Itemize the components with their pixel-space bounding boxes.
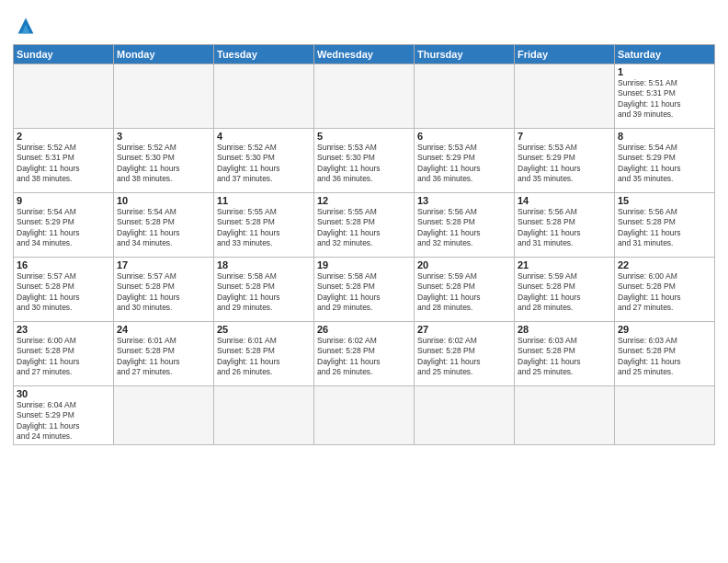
- calendar-cell: 28Sunrise: 6:03 AM Sunset: 5:28 PM Dayli…: [515, 322, 615, 386]
- day-info: Sunrise: 5:53 AM Sunset: 5:29 PM Dayligh…: [518, 143, 611, 185]
- day-number: 3: [117, 131, 210, 142]
- calendar-cell: 19Sunrise: 5:58 AM Sunset: 5:28 PM Dayli…: [314, 258, 415, 322]
- calendar-cell: 5Sunrise: 5:53 AM Sunset: 5:30 PM Daylig…: [314, 129, 415, 193]
- day-info: Sunrise: 6:01 AM Sunset: 5:28 PM Dayligh…: [217, 336, 311, 378]
- calendar-cell: 9Sunrise: 5:54 AM Sunset: 5:29 PM Daylig…: [14, 193, 114, 258]
- day-info: Sunrise: 6:02 AM Sunset: 5:28 PM Dayligh…: [317, 336, 411, 378]
- day-number: 25: [217, 324, 311, 335]
- day-info: Sunrise: 5:59 AM Sunset: 5:28 PM Dayligh…: [518, 271, 611, 314]
- day-number: 4: [217, 131, 311, 142]
- calendar-cell: 27Sunrise: 6:02 AM Sunset: 5:28 PM Dayli…: [415, 322, 515, 386]
- day-info: Sunrise: 5:55 AM Sunset: 5:28 PM Dayligh…: [217, 207, 311, 249]
- weekday-sunday: Sunday: [14, 45, 114, 64]
- day-info: Sunrise: 5:51 AM Sunset: 5:31 PM Dayligh…: [618, 78, 711, 121]
- calendar-cell: 26Sunrise: 6:02 AM Sunset: 5:28 PM Dayli…: [314, 322, 415, 386]
- calendar-cell: [415, 64, 515, 129]
- day-info: Sunrise: 5:52 AM Sunset: 5:30 PM Dayligh…: [217, 143, 311, 185]
- calendar-cell: [515, 386, 615, 445]
- day-number: 9: [17, 195, 110, 206]
- day-info: Sunrise: 5:52 AM Sunset: 5:31 PM Dayligh…: [17, 143, 110, 185]
- week-row-4: 16Sunrise: 5:57 AM Sunset: 5:28 PM Dayli…: [14, 258, 715, 322]
- week-row-2: 2Sunrise: 5:52 AM Sunset: 5:31 PM Daylig…: [14, 129, 715, 193]
- day-info: Sunrise: 6:00 AM Sunset: 5:28 PM Dayligh…: [618, 271, 711, 314]
- day-info: Sunrise: 5:53 AM Sunset: 5:29 PM Dayligh…: [417, 143, 511, 185]
- calendar-cell: 29Sunrise: 6:03 AM Sunset: 5:28 PM Dayli…: [615, 322, 715, 386]
- weekday-friday: Friday: [515, 45, 615, 64]
- calendar-cell: [415, 386, 515, 445]
- calendar-cell: 11Sunrise: 5:55 AM Sunset: 5:28 PM Dayli…: [214, 193, 314, 258]
- calendar-cell: [314, 64, 415, 129]
- day-info: Sunrise: 5:58 AM Sunset: 5:28 PM Dayligh…: [217, 271, 311, 314]
- weekday-saturday: Saturday: [615, 45, 715, 64]
- calendar-cell: [214, 386, 314, 445]
- calendar-cell: 13Sunrise: 5:56 AM Sunset: 5:28 PM Dayli…: [415, 193, 515, 258]
- calendar-cell: 16Sunrise: 5:57 AM Sunset: 5:28 PM Dayli…: [14, 258, 114, 322]
- day-info: Sunrise: 5:58 AM Sunset: 5:28 PM Dayligh…: [317, 271, 411, 314]
- day-number: 8: [618, 131, 711, 142]
- day-info: Sunrise: 5:56 AM Sunset: 5:28 PM Dayligh…: [618, 207, 711, 249]
- week-row-6: 30Sunrise: 6:04 AM Sunset: 5:29 PM Dayli…: [14, 386, 715, 445]
- day-info: Sunrise: 6:03 AM Sunset: 5:28 PM Dayligh…: [518, 336, 611, 378]
- day-info: Sunrise: 5:54 AM Sunset: 5:29 PM Dayligh…: [17, 207, 110, 249]
- calendar-cell: 15Sunrise: 5:56 AM Sunset: 5:28 PM Dayli…: [615, 193, 715, 258]
- calendar-cell: [114, 386, 214, 445]
- week-row-1: 1Sunrise: 5:51 AM Sunset: 5:31 PM Daylig…: [14, 64, 715, 129]
- day-number: 1: [618, 66, 711, 77]
- calendar-cell: [314, 386, 415, 445]
- calendar-cell: 8Sunrise: 5:54 AM Sunset: 5:29 PM Daylig…: [615, 129, 715, 193]
- calendar-cell: 2Sunrise: 5:52 AM Sunset: 5:31 PM Daylig…: [14, 129, 114, 193]
- calendar-cell: 4Sunrise: 5:52 AM Sunset: 5:30 PM Daylig…: [214, 129, 314, 193]
- day-info: Sunrise: 6:02 AM Sunset: 5:28 PM Dayligh…: [417, 336, 511, 378]
- day-number: 16: [17, 259, 110, 270]
- day-number: 13: [417, 195, 511, 206]
- day-info: Sunrise: 6:00 AM Sunset: 5:28 PM Dayligh…: [17, 336, 110, 378]
- day-info: Sunrise: 6:04 AM Sunset: 5:29 PM Dayligh…: [17, 400, 110, 442]
- calendar-cell: 20Sunrise: 5:59 AM Sunset: 5:28 PM Dayli…: [415, 258, 515, 322]
- calendar-cell: 18Sunrise: 5:58 AM Sunset: 5:28 PM Dayli…: [214, 258, 314, 322]
- logo: [13, 13, 42, 39]
- page: SundayMondayTuesdayWednesdayThursdayFrid…: [0, 0, 728, 563]
- day-number: 23: [17, 324, 110, 335]
- day-info: Sunrise: 5:59 AM Sunset: 5:28 PM Dayligh…: [417, 271, 511, 314]
- header: [13, 9, 715, 39]
- calendar-cell: 22Sunrise: 6:00 AM Sunset: 5:28 PM Dayli…: [615, 258, 715, 322]
- logo-icon: [13, 13, 39, 39]
- calendar-cell: 3Sunrise: 5:52 AM Sunset: 5:30 PM Daylig…: [114, 129, 214, 193]
- week-row-3: 9Sunrise: 5:54 AM Sunset: 5:29 PM Daylig…: [14, 193, 715, 258]
- weekday-thursday: Thursday: [415, 45, 515, 64]
- day-number: 2: [17, 131, 110, 142]
- calendar-cell: 21Sunrise: 5:59 AM Sunset: 5:28 PM Dayli…: [515, 258, 615, 322]
- calendar-cell: 17Sunrise: 5:57 AM Sunset: 5:28 PM Dayli…: [114, 258, 214, 322]
- day-number: 28: [518, 324, 611, 335]
- calendar-cell: [14, 64, 114, 129]
- day-info: Sunrise: 5:56 AM Sunset: 5:28 PM Dayligh…: [518, 207, 611, 249]
- calendar-cell: [214, 64, 314, 129]
- calendar-cell: 30Sunrise: 6:04 AM Sunset: 5:29 PM Dayli…: [14, 386, 114, 445]
- calendar-cell: 10Sunrise: 5:54 AM Sunset: 5:28 PM Dayli…: [114, 193, 214, 258]
- day-number: 17: [117, 259, 210, 270]
- day-info: Sunrise: 5:52 AM Sunset: 5:30 PM Dayligh…: [117, 143, 210, 185]
- calendar-cell: [114, 64, 214, 129]
- day-number: 30: [17, 388, 110, 399]
- calendar-cell: 25Sunrise: 6:01 AM Sunset: 5:28 PM Dayli…: [214, 322, 314, 386]
- day-info: Sunrise: 6:03 AM Sunset: 5:28 PM Dayligh…: [618, 336, 711, 378]
- calendar-cell: [615, 386, 715, 445]
- day-number: 7: [518, 131, 611, 142]
- day-number: 24: [117, 324, 210, 335]
- day-number: 11: [217, 195, 311, 206]
- day-number: 10: [117, 195, 210, 206]
- day-number: 29: [618, 324, 711, 335]
- day-number: 18: [217, 259, 311, 270]
- day-number: 14: [518, 195, 611, 206]
- day-info: Sunrise: 5:57 AM Sunset: 5:28 PM Dayligh…: [17, 271, 110, 314]
- day-number: 15: [618, 195, 711, 206]
- calendar-cell: 23Sunrise: 6:00 AM Sunset: 5:28 PM Dayli…: [14, 322, 114, 386]
- day-info: Sunrise: 6:01 AM Sunset: 5:28 PM Dayligh…: [117, 336, 210, 378]
- day-number: 19: [317, 259, 411, 270]
- day-info: Sunrise: 5:55 AM Sunset: 5:28 PM Dayligh…: [317, 207, 411, 249]
- day-info: Sunrise: 5:57 AM Sunset: 5:28 PM Dayligh…: [117, 271, 210, 314]
- calendar-cell: 6Sunrise: 5:53 AM Sunset: 5:29 PM Daylig…: [415, 129, 515, 193]
- calendar-cell: 24Sunrise: 6:01 AM Sunset: 5:28 PM Dayli…: [114, 322, 214, 386]
- calendar-cell: 12Sunrise: 5:55 AM Sunset: 5:28 PM Dayli…: [314, 193, 415, 258]
- day-number: 27: [417, 324, 511, 335]
